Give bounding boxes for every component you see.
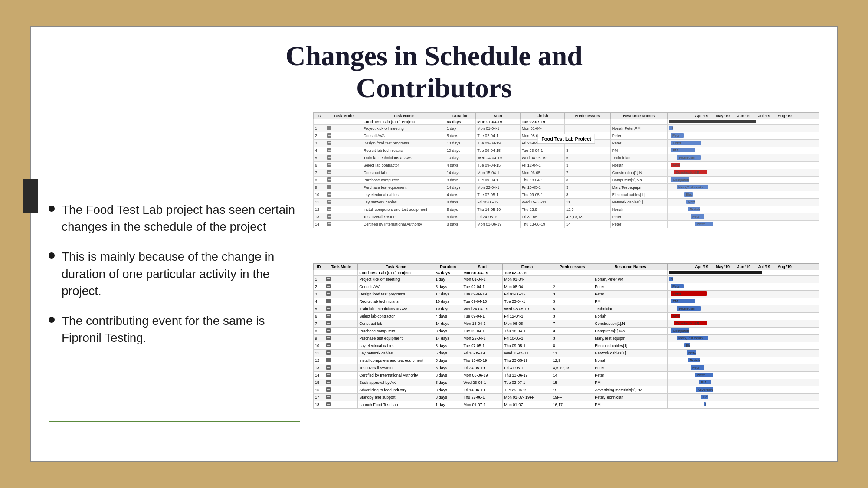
cell-finish: Mon 06-05- [503,320,551,328]
cell-mode [325,184,362,191]
cell-finish: Wed 08-05-19 [520,154,564,162]
cell-id: 10 [314,342,324,350]
cell-dur: 14 days [445,184,475,191]
cell-ganttbar: Noriah [668,313,819,320]
cell-taskname: Project kick off meeting [362,125,445,132]
cell-pred: 7 [551,320,593,328]
cell-resource: Technician [610,154,667,162]
cell-dur: 5 days [434,357,462,364]
bullet-list: The Food Test Lab project has seen certa… [49,201,296,359]
cell-pred: 5 [551,305,593,313]
cell-id: 2 [314,132,325,140]
cell-mode [324,379,357,386]
cell-finish: Tue 02-07-1 [503,379,551,386]
cell-finish: Mon 01-07- 19FF [503,394,551,401]
cell-pred: 16,17 [551,401,593,409]
cell-finish: Tue 25-06-19 [503,386,551,394]
cell-id: 1 [314,125,325,132]
cell-resource: Peter [610,213,667,221]
bullet-item-3: The contributing event for the same is F… [49,312,296,346]
gantt-wrapper: ID Task Mode Task Name Duration Start Fi… [313,112,819,448]
cell-ganttbar: PM [668,298,819,305]
cell-start: Tue 09-04-1 [462,313,503,320]
cell-pred: 14 [564,221,610,228]
cell-taskname: Test overall system [358,364,434,372]
cell-mode [324,305,357,313]
cell-finish: Fri 31-05-1 [503,364,551,372]
cell-resource: Mary,Test equipm [610,184,667,191]
content-area: The Food Test Lab project has seen certa… [49,112,819,448]
cell-dur: 10 days [445,154,475,162]
cell-pred: 4,6,10,13 [551,364,593,372]
cell-id: 6 [314,162,325,169]
cell-ganttbar: Peter [668,372,819,379]
cell-mode [325,162,362,169]
cell-ganttbar: Peter,Technicia [668,394,819,401]
cell-mode [324,357,357,364]
cell-dur: 8 days [434,372,462,379]
cell-finish: Fri 10-05-1 [503,335,551,342]
cell-resource: Computers[1],Ma [610,177,667,184]
cell-ganttbar: Advertising mat [668,386,819,394]
cell-finish: Wed 08-05-19 [503,305,551,313]
col-pred2: Predecessors [551,264,593,270]
cell-mode [325,132,362,140]
cell-pred: 12,9 [551,357,593,364]
cell-pred: 3 [551,298,593,305]
cell-start: Wed 24-04-19 [476,154,520,162]
cell-taskname: Consult AVA [358,283,434,291]
col-id2: ID [314,264,324,270]
cell-resource [610,119,667,125]
cell-start: Tue 07-05-1 [462,342,503,350]
col-dur: Duration [445,113,475,119]
cell-finish: Tue 23-04-1 [503,298,551,305]
bullet-dot-3 [49,317,55,323]
cell-finish: Fri 12-04-1 [520,162,564,169]
cell-resource: Construction[1],N [593,320,668,328]
cell-pred: 3 [564,147,610,154]
cell-pred [551,270,593,276]
cell-mode [324,291,357,298]
cell-dur: 14 days [434,335,462,342]
cell-start: Thu 16-05-19 [476,206,520,213]
cell-resource: Mary,Test equipm [593,335,668,342]
cell-start: Mon 03-06-19 [462,372,503,379]
cell-ganttbar: Peter [668,364,819,372]
cell-mode [325,147,362,154]
cell-start: Fri 24-05-19 [462,364,503,372]
cell-resource: Peter,Technician [593,394,668,401]
cell-resource: Peter [593,291,668,298]
cell-start: Mon 01-04-19 [476,119,520,125]
cell-start: Tue 09-04-1 [462,328,503,335]
cell-ganttbar: Noriah [668,357,819,364]
cell-id: 7 [314,320,324,328]
cell-start: Tue 09-04-19 [462,291,503,298]
cell-mode [324,394,357,401]
cell-pred: 3 [551,313,593,320]
cell-taskname: Test overall system [362,213,445,221]
cell-dur: 4 days [434,313,462,320]
cell-taskname: Construct lab [358,320,434,328]
col-finish2: Finish [503,264,551,270]
cell-pred: 11 [551,350,593,357]
cell-start: Mon 01-07-1 [462,401,503,409]
cell-mode [324,328,357,335]
cell-id: 3 [314,291,324,298]
cell-id [314,270,324,276]
cell-resource: Advertising materials[1],PM [593,386,668,394]
cell-resource: Peter [593,372,668,379]
cell-id: 10 [314,191,325,199]
cell-pred: 12,9 [564,206,610,213]
cell-resource: Electrical cables[1] [593,342,668,350]
cell-taskname: Seek approval by AV. [358,379,434,386]
cell-dur: 4 days [445,199,475,206]
cell-finish: Fri 31-05-1 [520,213,564,221]
cell-dur: 8 days [445,221,475,228]
cell-id: 14 [314,221,325,228]
cell-taskname: Lay electrical cables [358,342,434,350]
cell-dur: 5 days [445,132,475,140]
cell-pred: 3 [551,335,593,342]
cell-taskname: Food Test Lab (FTL) Project [358,270,434,276]
cell-id: 16 [314,386,324,394]
cell-id: 9 [314,335,324,342]
